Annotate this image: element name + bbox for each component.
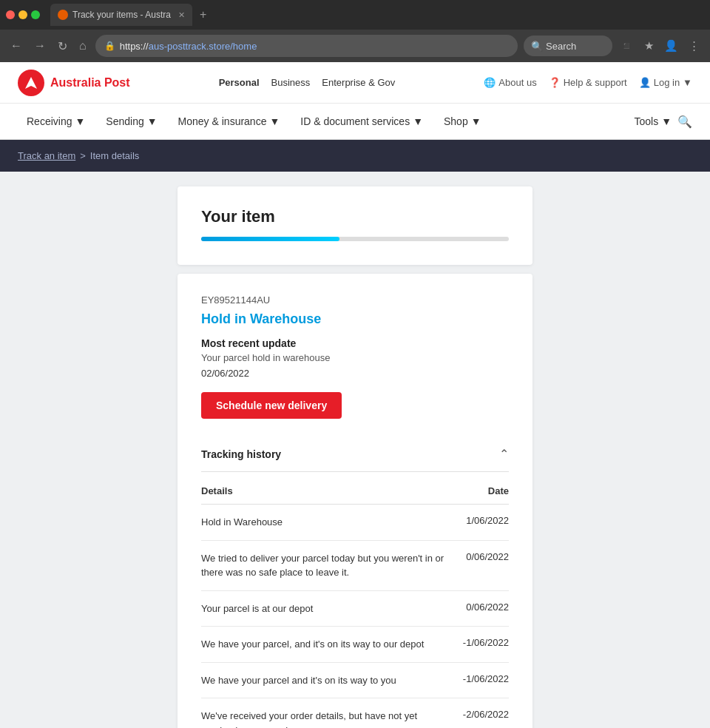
tools-chevron-icon: ▼ xyxy=(661,115,672,127)
forward-button[interactable]: → xyxy=(31,36,49,55)
breadcrumb-current: Item details xyxy=(90,150,139,161)
progress-bar-fill xyxy=(201,237,339,241)
tools-button[interactable]: Tools ▼ xyxy=(634,115,672,127)
shop-chevron-icon: ▼ xyxy=(471,115,481,127)
breadcrumb-parent[interactable]: Track an item xyxy=(18,150,75,161)
tracking-table-header: Details Date xyxy=(201,478,509,505)
top-link-personal[interactable]: Personal xyxy=(219,77,260,88)
breadcrumb: Track an item > Item details xyxy=(18,150,139,161)
tracking-date-2: 0/06/2022 xyxy=(466,601,509,613)
browser-traffic xyxy=(6,10,40,19)
tracking-row-3: We have your parcel, and it's on its way… xyxy=(201,627,509,663)
help-support-label: Help & support xyxy=(564,77,627,88)
help-support-link[interactable]: ❓ Help & support xyxy=(549,77,627,88)
browser-tab[interactable]: Track your items - Austra ✕ xyxy=(50,4,192,26)
tracking-history-header[interactable]: Tracking history ⌃ xyxy=(201,437,509,472)
extensions-button[interactable]: ◾ xyxy=(617,36,637,55)
tracking-row-2: Your parcel is at our depot 0/06/2022 xyxy=(201,591,509,627)
item-card: Your item xyxy=(178,186,532,265)
money-chevron-icon: ▼ xyxy=(269,115,280,127)
tab-title: Track your items - Austra xyxy=(72,10,171,20)
back-button[interactable]: ← xyxy=(7,36,25,55)
header-search-icon[interactable]: 🔍 xyxy=(677,115,692,129)
id-chevron-icon: ▼ xyxy=(413,115,423,127)
search-icon: 🔍 xyxy=(531,41,543,52)
tracking-row-1: We tried to deliver your parcel today bu… xyxy=(201,541,509,591)
about-us-label: About us xyxy=(498,77,536,88)
ap-nav-right: Tools ▼ 🔍 xyxy=(634,115,692,129)
nav-id-docs[interactable]: ID & document services ▼ xyxy=(291,104,432,139)
breadcrumb-separator: > xyxy=(80,150,86,161)
url-domain: aus-posttrack.store xyxy=(149,41,231,52)
about-us-link[interactable]: 🌐 About us xyxy=(484,77,536,88)
tracking-date-1: 0/06/2022 xyxy=(466,551,509,562)
tools-label: Tools xyxy=(634,115,658,127)
bookmarks-button[interactable]: ★ xyxy=(641,36,657,55)
browser-chrome: Track your items - Austra ✕ + xyxy=(0,0,710,30)
tracking-history: Tracking history ⌃ Details Date Hold in … xyxy=(201,437,509,728)
nav-right-icons: 🔍 Search ◾ ★ 👤 ⋮ xyxy=(524,36,703,56)
tracking-history-chevron-icon: ⌃ xyxy=(499,447,509,461)
login-label: Log in xyxy=(654,77,680,88)
col-details-header: Details xyxy=(201,485,233,496)
main-content: Your item EY89521144AU Hold in Warehouse… xyxy=(0,172,710,728)
top-link-enterprise[interactable]: Enterprise & Gov xyxy=(322,77,395,88)
minimize-dot[interactable] xyxy=(18,10,27,19)
maximize-dot[interactable] xyxy=(31,10,40,19)
tracking-detail-0: Hold in Warehouse xyxy=(201,515,466,530)
url-path: /home xyxy=(230,41,257,52)
tracking-detail-2: Your parcel is at our depot xyxy=(201,601,466,616)
ap-banner: Track an item > Item details xyxy=(0,140,710,172)
tracking-detail-3: We have your parcel, and it's on its way… xyxy=(201,637,463,652)
search-label: Search xyxy=(546,41,576,52)
globe-icon: 🌐 xyxy=(484,77,496,88)
lock-icon: 🔒 xyxy=(104,41,115,51)
ap-logo-text[interactable]: Australia Post xyxy=(50,76,130,90)
sending-chevron-icon: ▼ xyxy=(147,115,158,127)
url-bar[interactable]: 🔒 https://aus-posttrack.store/home xyxy=(95,35,518,57)
home-button[interactable]: ⌂ xyxy=(76,36,89,55)
status-label: Hold in Warehouse xyxy=(201,311,509,327)
tracking-detail-4: We have your parcel and it's on its way … xyxy=(201,673,463,688)
tab-close-button[interactable]: ✕ xyxy=(178,10,185,20)
top-link-business[interactable]: Business xyxy=(271,77,311,88)
progress-bar-container xyxy=(201,237,509,241)
tracking-row-0: Hold in Warehouse 1/06/2022 xyxy=(201,505,509,541)
nav-shop[interactable]: Shop ▼ xyxy=(435,104,490,139)
tracking-row-4: We have your parcel and it's on its way … xyxy=(201,663,509,699)
nav-money-insurance[interactable]: Money & insurance ▼ xyxy=(169,104,289,139)
refresh-button[interactable]: ↻ xyxy=(55,36,70,56)
tracking-number: EY89521144AU xyxy=(201,294,509,306)
nav-receiving[interactable]: Receiving ▼ xyxy=(18,104,94,139)
tracking-date-4: -1/06/2022 xyxy=(463,673,509,684)
nav-sending[interactable]: Sending ▼ xyxy=(97,104,166,139)
col-date-header: Date xyxy=(488,485,509,496)
receiving-chevron-icon: ▼ xyxy=(75,115,85,127)
login-link[interactable]: 👤 Log in ▼ xyxy=(639,77,692,88)
tracking-history-title: Tracking history xyxy=(201,448,281,460)
tracking-date-5: -2/06/2022 xyxy=(463,709,509,720)
tracking-table: Details Date Hold in Warehouse 1/06/2022… xyxy=(201,478,509,728)
browser-search-bar[interactable]: 🔍 Search xyxy=(524,36,612,56)
ap-top-links: Personal Business Enterprise & Gov xyxy=(219,77,396,88)
question-icon: ❓ xyxy=(549,77,561,88)
update-description: Your parcel hold in warehouse xyxy=(201,352,509,363)
login-chevron-icon: ▼ xyxy=(683,77,692,88)
tracking-date-0: 1/06/2022 xyxy=(466,515,509,526)
update-date: 02/06/2022 xyxy=(201,368,509,379)
tracking-row-5: We've received your order details, but h… xyxy=(201,698,509,728)
url-text: https://aus-posttrack.store/home xyxy=(120,41,257,52)
person-icon: 👤 xyxy=(639,77,651,88)
item-title: Your item xyxy=(201,207,509,226)
most-recent-update-heading: Most recent update xyxy=(201,337,509,349)
ap-top-right: 🌐 About us ❓ Help & support 👤 Log in ▼ xyxy=(484,77,692,88)
ap-main-nav: Receiving ▼ Sending ▼ Money & insurance … xyxy=(0,104,710,139)
new-tab-button[interactable]: + xyxy=(200,8,206,21)
close-dot[interactable] xyxy=(6,10,15,19)
schedule-new-delivery-button[interactable]: Schedule new delivery xyxy=(201,392,342,419)
browser-nav: ← → ↻ ⌂ 🔒 https://aus-posttrack.store/ho… xyxy=(0,30,710,62)
menu-button[interactable]: ⋮ xyxy=(686,36,703,55)
details-card: EY89521144AU Hold in Warehouse Most rece… xyxy=(178,274,532,728)
profile-button[interactable]: 👤 xyxy=(661,36,681,55)
tracking-detail-5: We've received your order details, but h… xyxy=(201,709,463,728)
